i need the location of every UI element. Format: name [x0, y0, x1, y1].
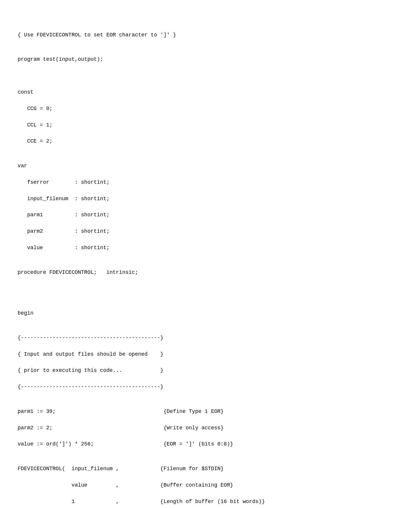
code-line: CCG = 0;: [18, 105, 402, 113]
code-line: {---------------------------------------…: [18, 383, 402, 391]
code-line: CCE = 2;: [18, 137, 402, 146]
code-line: value : shortint;: [18, 244, 402, 252]
code-line: value , {Buffer containing EOR}: [18, 481, 402, 490]
code-line: FDEVICECONTROL( input_filenum , {Filenum…: [18, 465, 402, 473]
code-line: procedure FDEVICECONTROL; intrinsic;: [18, 269, 402, 277]
code-line: program test(input,output);: [18, 55, 402, 64]
code-line: parm2 : shortint;: [18, 227, 402, 236]
code-line: { Use FDEVICECONTROL to set EOR characte…: [18, 31, 402, 39]
code-line: input_filenum : shortint;: [18, 195, 402, 203]
code-line: parm1 : shortint;: [18, 211, 402, 219]
code-line: fserror : shortint;: [18, 178, 402, 187]
code-line: parm1 := 39; {Define Type 1 EOR}: [18, 408, 402, 416]
code-line: {---------------------------------------…: [18, 334, 402, 342]
code-line: { Input and output files should be opene…: [18, 350, 402, 359]
code-line: value := ord(']') * 256; {EOR = ']' (bit…: [18, 440, 402, 448]
code-line: begin: [18, 309, 402, 318]
code-line: var: [18, 162, 402, 170]
code-line: { prior to executing this code... }: [18, 367, 402, 375]
code-line: parm2 := 2; {Write only access}: [18, 424, 402, 432]
code-line: CCL = 1;: [18, 121, 402, 129]
code-line: const: [18, 88, 402, 97]
code-line: 1 , {Length of buffer (16 bit words)}: [18, 498, 402, 506]
